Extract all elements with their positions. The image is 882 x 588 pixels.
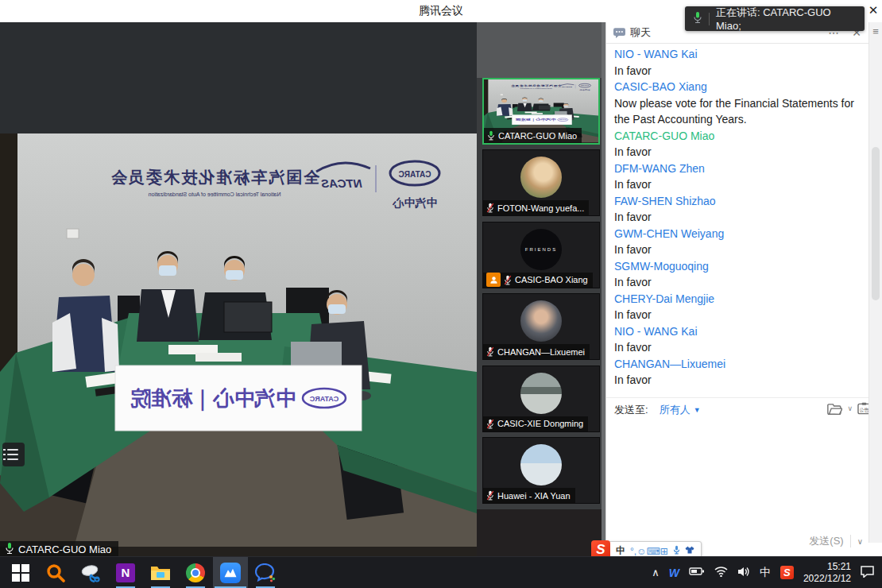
- message-sender[interactable]: CHERY-Dai Mengjie: [614, 291, 868, 308]
- mic-muted-icon: [504, 275, 512, 285]
- taskbar: N ∧ W: [0, 556, 882, 588]
- ime-tool-icon[interactable]: °,: [630, 546, 636, 557]
- search-icon[interactable]: [38, 557, 73, 588]
- participant-tile[interactable]: CATARC-GUO Miao: [482, 78, 600, 145]
- participant-name: Huawei - XIA Yuan: [497, 491, 571, 501]
- ime-skin-icon[interactable]: [685, 545, 694, 556]
- ime-tool-icon[interactable]: ⊞: [660, 546, 668, 557]
- meeting-window: 腾讯会议 ✕ CATARC-GUO Miao CATARC-GUO Miao F…: [0, 0, 882, 588]
- window-close-button[interactable]: ✕: [865, 2, 882, 19]
- ime-language-toggle[interactable]: 中: [616, 544, 625, 558]
- avatar: [520, 373, 562, 414]
- chrome-icon[interactable]: [178, 557, 213, 588]
- sogou-tray-icon[interactable]: S: [780, 566, 794, 579]
- participant-strip[interactable]: CATARC-GUO Miao FOTON-Wang yuefa...FRIEN…: [477, 22, 605, 556]
- wecom-icon[interactable]: [248, 557, 283, 588]
- toast-divider: [709, 13, 710, 25]
- chat-bubble-icon: [613, 28, 625, 38]
- ime-mic-icon[interactable]: [673, 545, 680, 557]
- ime-tray-language[interactable]: 中: [760, 566, 771, 580]
- chat-menu-icon[interactable]: ≡: [869, 25, 882, 37]
- tencent-meeting-icon[interactable]: [213, 557, 248, 588]
- speaking-toast: 正在讲话: CATARC-GUO Miao;: [685, 6, 865, 31]
- mic-on-icon: [5, 542, 14, 555]
- file-explorer-icon[interactable]: [143, 557, 178, 588]
- main-video-area[interactable]: CATARC-GUO Miao: [0, 22, 477, 556]
- speaker-icon[interactable]: [737, 567, 750, 579]
- active-speaker-name: CATARC-GUO Miao: [18, 544, 111, 555]
- avatar: [520, 157, 562, 198]
- message-text: In favor: [614, 372, 868, 389]
- message-text: In favor: [614, 176, 868, 193]
- mic-muted-icon: [486, 419, 494, 429]
- ime-tool-icon[interactable]: ⌨: [646, 546, 660, 557]
- clock-time: 15:21: [803, 561, 851, 573]
- folder-icon[interactable]: [827, 403, 842, 415]
- message-sender[interactable]: SGMW-Moguoqing: [614, 258, 868, 275]
- action-center-icon[interactable]: [861, 566, 874, 580]
- participant-label: CATARC-GUO Miao: [484, 128, 582, 143]
- participant-tile[interactable]: FOTON-Wang yuefa...: [482, 149, 600, 216]
- send-to-caret-icon[interactable]: ▼: [694, 406, 701, 414]
- tray-chevron-icon[interactable]: ∧: [652, 567, 660, 578]
- battery-icon[interactable]: [689, 567, 705, 578]
- message-sender[interactable]: CHANGAN—Lixuemei: [614, 356, 868, 373]
- wifi-icon[interactable]: [714, 567, 728, 579]
- mic-muted-icon: [486, 346, 494, 357]
- window-title: 腾讯会议: [419, 4, 463, 18]
- participant-label: CASIC-XIE Dongming: [483, 416, 588, 431]
- message-sender[interactable]: CATARC-GUO Miao: [614, 128, 868, 145]
- chat-message-list[interactable]: NIO - WANG KaiIn favorCASIC-BAO XiangNow…: [614, 46, 868, 389]
- start-button[interactable]: [3, 557, 38, 588]
- mic-on-icon: [5, 542, 14, 556]
- toast-text: 正在讲话: CATARC-GUO Miao;: [716, 6, 857, 32]
- chat-side-rail: ≡: [868, 22, 882, 543]
- avatar: [520, 300, 562, 342]
- message-sender[interactable]: CASIC-BAO Xiang: [614, 79, 868, 95]
- folder-caret-icon[interactable]: ∨: [847, 404, 853, 412]
- participant-label: FOTON-Wang yuefa...: [483, 200, 589, 215]
- layout-list-button[interactable]: [2, 443, 25, 466]
- ime-tool-icon[interactable]: ☺: [636, 546, 646, 557]
- mic-on-icon: [487, 130, 495, 141]
- capture-tool-icon[interactable]: [73, 557, 108, 588]
- message-sender[interactable]: DFM-WANG Zhen: [614, 161, 868, 177]
- chat-scrollbar-thumb[interactable]: [872, 147, 880, 300]
- onenote-icon[interactable]: N: [108, 557, 143, 588]
- clock-date: 2022/12/12: [803, 573, 851, 585]
- toast-mic-icon: [693, 11, 702, 26]
- participant-tile[interactable]: CASIC-XIE Dongming: [482, 366, 600, 432]
- active-speaker-label: CATARC-GUO Miao: [0, 541, 118, 556]
- message-text: In favor: [614, 209, 868, 226]
- participant-name: CHANGAN—Lixuemei: [497, 347, 585, 357]
- participant-tile[interactable]: FRIENDS CASIC-BAO Xiang: [482, 222, 600, 288]
- wps-tray-icon[interactable]: W: [669, 567, 679, 579]
- message-text: Now please vote for the Financial Statem…: [614, 95, 868, 128]
- message-text: In favor: [614, 144, 868, 161]
- send-button[interactable]: 发送(S): [809, 534, 843, 548]
- message-text: In favor: [614, 242, 868, 258]
- message-sender[interactable]: FAW-SHEN Shizhao: [614, 193, 868, 210]
- host-badge-icon: [486, 273, 501, 287]
- avatar: FRIENDS: [520, 229, 562, 270]
- send-to-selector[interactable]: 所有人: [660, 403, 691, 417]
- participant-name: CASIC-XIE Dongming: [497, 419, 583, 428]
- participant-tile[interactable]: CHANGAN—Lixuemei: [482, 293, 600, 360]
- message-sender[interactable]: GWM-CHEN Weiyang: [614, 226, 868, 242]
- send-divider: [850, 535, 851, 547]
- conference-room-video: [0, 133, 477, 556]
- chat-panel: 聊天 ⋯ ✕ NIO - WANG KaiIn favorCASIC-BAO X…: [605, 22, 882, 556]
- mic-muted-icon: [486, 490, 494, 501]
- participant-name: FOTON-Wang yuefa...: [497, 203, 584, 213]
- avatar-caption: FRIENDS: [525, 247, 557, 252]
- send-options-caret-icon[interactable]: ∨: [857, 537, 863, 546]
- message-sender[interactable]: NIO - WANG Kai: [614, 46, 868, 63]
- participant-tile[interactable]: Huawei - XIA Yuan: [482, 437, 600, 504]
- clock[interactable]: 15:21 2022/12/12: [803, 561, 851, 585]
- avatar: [520, 444, 562, 485]
- participant-label: CHANGAN—Lixuemei: [483, 344, 590, 359]
- participant-name: CASIC-BAO Xiang: [515, 275, 588, 284]
- message-text: In favor: [614, 307, 868, 323]
- message-sender[interactable]: NIO - WANG Kai: [614, 323, 868, 340]
- strip-bottom-spacer: [477, 509, 605, 556]
